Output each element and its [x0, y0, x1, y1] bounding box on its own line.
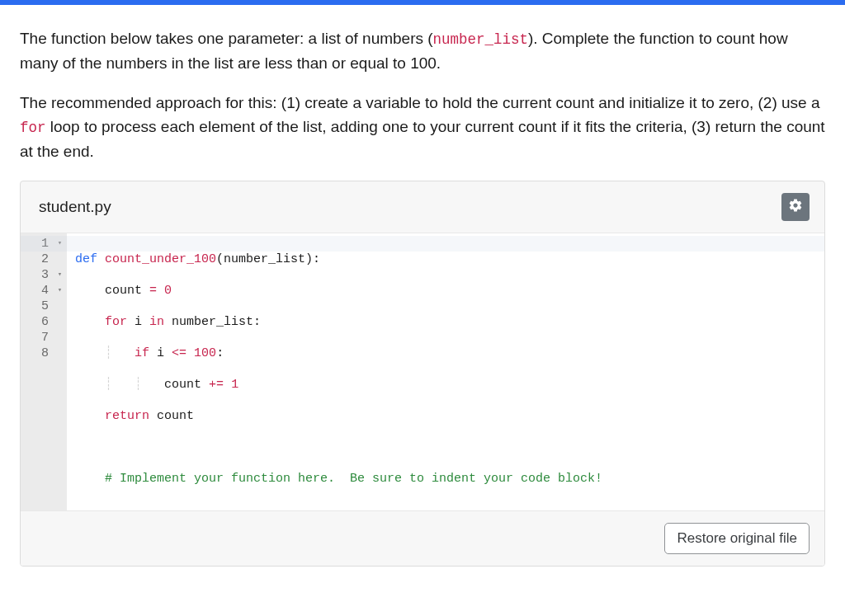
gutter-line-7: 7 [29, 330, 64, 346]
fold-spacer [56, 330, 64, 346]
fold-marker-icon[interactable]: ▾ [56, 236, 64, 252]
fold-spacer [56, 252, 64, 267]
code-line-8[interactable]: # Implement your function here. Be sure … [75, 471, 824, 487]
code-editor-area[interactable]: 1 ▾ 2 3 ▾ 4 ▾ 5 6 7 8 def count_under_10… [21, 233, 824, 511]
gutter-line-3: 3 ▾ [29, 267, 64, 283]
line-num: 1 [41, 237, 49, 251]
settings-button[interactable] [781, 193, 810, 221]
fold-marker-icon[interactable]: ▾ [56, 283, 64, 299]
fold-marker-icon[interactable]: ▾ [56, 267, 64, 283]
gutter-line-4: 4 ▾ [29, 283, 64, 299]
line-num: 3 [41, 268, 49, 282]
code-editor-panel: student.py 1 ▾ 2 3 ▾ 4 ▾ 5 6 7 8 def cou… [20, 181, 825, 567]
inline-code-for: for [20, 120, 45, 136]
editor-header: student.py [21, 181, 824, 233]
main-content: The function below takes one parameter: … [0, 5, 845, 567]
code-line-4[interactable]: ┊ if i <= 100: [75, 346, 824, 361]
gear-icon [788, 198, 803, 216]
line-num: 4 [41, 284, 49, 298]
code-line-3[interactable]: for i in number_list: [75, 314, 824, 330]
line-num: 8 [41, 346, 49, 360]
line-num: 2 [41, 252, 49, 266]
instructions-paragraph-2: The recommended approach for this: (1) c… [20, 91, 825, 164]
code-line-1[interactable]: def count_under_100(number_list): [75, 252, 824, 267]
code-content[interactable]: def count_under_100(number_list): count … [67, 233, 824, 510]
gutter-line-5: 5 [29, 299, 64, 314]
instr-p2-b: loop to process each element of the list… [20, 118, 825, 160]
instructions-block: The function below takes one parameter: … [20, 26, 825, 164]
instr-p2-a: The recommended approach for this: (1) c… [20, 94, 820, 111]
gutter-line-6: 6 [29, 314, 64, 330]
inline-code-number-list: number_list [433, 31, 528, 48]
line-num: 5 [41, 299, 49, 313]
gutter-line-1: 1 ▾ [29, 236, 64, 252]
instructions-paragraph-1: The function below takes one parameter: … [20, 26, 825, 76]
fold-spacer [56, 299, 64, 314]
line-num: 7 [41, 331, 49, 345]
code-line-7[interactable] [75, 440, 824, 455]
line-num: 6 [41, 315, 49, 329]
instr-p1-a: The function below takes one parameter: … [20, 30, 433, 47]
code-line-2[interactable]: count = 0 [75, 283, 824, 299]
code-line-6[interactable]: return count [75, 408, 824, 424]
gutter-line-8: 8 [29, 346, 64, 361]
code-line-5[interactable]: ┊ ┊ count += 1 [75, 377, 824, 393]
fold-spacer [56, 346, 64, 361]
editor-footer: Restore original file [21, 511, 824, 566]
line-number-gutter: 1 ▾ 2 3 ▾ 4 ▾ 5 6 7 8 [21, 233, 67, 510]
restore-original-button[interactable]: Restore original file [664, 523, 810, 554]
filename-label: student.py [39, 198, 111, 216]
fold-spacer [56, 314, 64, 330]
gutter-line-2: 2 [29, 252, 64, 267]
